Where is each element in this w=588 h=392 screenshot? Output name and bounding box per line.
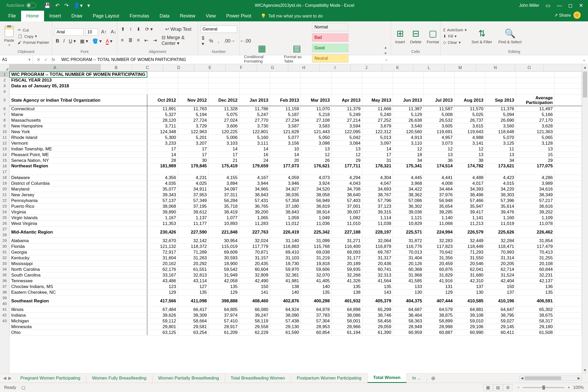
row-header-3[interactable]: 3 xyxy=(0,83,9,89)
row-header-27[interactable]: 27 xyxy=(0,226,9,232)
insert-cells-button[interactable]: ⊞Insert xyxy=(394,28,407,44)
row-header-34[interactable]: 34 xyxy=(0,266,9,272)
macro-record-icon[interactable]: ▢ xyxy=(21,385,25,390)
column-header-I[interactable]: I xyxy=(320,64,351,71)
name-box[interactable]: A1▾ xyxy=(0,55,33,64)
ws-tab-total-bf[interactable]: Total Breastfeeding Women xyxy=(225,374,291,383)
insert-function-icon[interactable]: fx xyxy=(52,57,59,62)
feedback-icon[interactable]: ☺ xyxy=(573,11,581,19)
decrease-indent-icon[interactable]: ⇤ xyxy=(143,38,149,43)
scroll-down-icon[interactable]: ▼ xyxy=(582,367,588,373)
format-cells-button[interactable]: ▢Format xyxy=(425,28,441,44)
ws-tab-postpartum[interactable]: Postpartum Women Participating xyxy=(291,374,367,383)
column-header-C[interactable]: C xyxy=(132,64,163,71)
column-header-O[interactable]: O xyxy=(515,64,544,71)
save-icon[interactable]: 💾 xyxy=(44,2,51,9)
column-header-H[interactable]: H xyxy=(288,64,320,71)
style-bad[interactable]: Bad xyxy=(312,33,348,42)
row-header-22[interactable]: 22 xyxy=(0,198,9,203)
comma-format-icon[interactable]: , xyxy=(217,38,220,44)
tab-view[interactable]: View xyxy=(200,11,221,21)
tab-formulas[interactable]: Formulas xyxy=(124,11,154,21)
italic-button[interactable]: I xyxy=(62,38,66,44)
row-header-29[interactable]: 29 xyxy=(0,238,9,243)
row-header-35[interactable]: 35 xyxy=(0,272,9,278)
autosum-button[interactable]: Σ AutoSum ▾ xyxy=(443,28,467,32)
copy-button[interactable]: 📋 Copy ▾ xyxy=(18,34,49,39)
ws-tab-fully-bf[interactable]: Women Fully Breastfeeding xyxy=(86,374,152,383)
tab-review[interactable]: Review xyxy=(175,11,200,21)
share-button[interactable]: ↗ Share xyxy=(554,13,571,18)
tab-home[interactable]: Home xyxy=(21,11,44,21)
row-header-26[interactable]: 26 xyxy=(0,220,9,226)
style-normal[interactable]: Normal xyxy=(312,23,348,31)
row-header-32[interactable]: 32 xyxy=(0,255,9,261)
row-header-24[interactable]: 24 xyxy=(0,209,9,215)
column-header-M[interactable]: M xyxy=(445,64,476,71)
quickaccess-user-icon[interactable]: 👤▾ xyxy=(74,2,83,9)
tab-power-pivot[interactable]: Power Pivot xyxy=(221,11,256,21)
column-header-A[interactable]: A xyxy=(9,64,101,71)
column-header-J[interactable]: J xyxy=(351,64,382,71)
column-header-G[interactable]: G xyxy=(257,64,288,71)
row-header-23[interactable]: 23 xyxy=(0,203,9,209)
align-right-icon[interactable]: ≡ xyxy=(136,38,141,43)
ws-nav-prev[interactable]: ◀ xyxy=(3,376,6,381)
fill-color-button[interactable]: 🪣 ▾ xyxy=(91,38,103,44)
normal-view-icon[interactable]: ▦ xyxy=(483,384,493,391)
ribbon-options-icon[interactable]: ▭ xyxy=(546,2,550,9)
styles-scroll-down[interactable]: ▾ xyxy=(384,51,388,56)
fill-button[interactable]: ⬇ Fill ▾ xyxy=(443,34,467,39)
tab-insert[interactable]: Insert xyxy=(44,11,66,21)
row-header-8[interactable]: 8 xyxy=(0,117,9,123)
undo-icon[interactable]: ↶ xyxy=(55,2,60,9)
wrap-text-button[interactable]: ↩ Wrap Text xyxy=(164,26,192,32)
worksheet-grid[interactable]: WIC PROGRAM -- TOTAL NUMBER OF WOMEN PAR… xyxy=(9,71,582,373)
quickaccess-more-icon[interactable]: ▾ xyxy=(87,2,90,9)
row-header-38[interactable]: 38 xyxy=(0,289,9,295)
row-header-10[interactable]: 10 xyxy=(0,129,9,134)
decrease-font-icon[interactable]: A↓ xyxy=(110,29,117,35)
column-header-L[interactable]: L xyxy=(413,64,445,71)
row-header-11[interactable]: 11 xyxy=(0,134,9,140)
font-size-combo[interactable]: 10 xyxy=(85,28,98,36)
format-painter-button[interactable]: 🖌 Format Painter xyxy=(18,40,49,45)
cut-button[interactable]: ✂ Cut xyxy=(18,28,49,32)
tell-me-search[interactable]: 💡 Tell me what you want to do xyxy=(261,13,323,21)
vertical-scrollbar-thumb[interactable] xyxy=(583,71,587,97)
style-good[interactable]: Good xyxy=(312,44,348,52)
number-format-combo[interactable]: General xyxy=(201,26,237,33)
orientation-icon[interactable]: ⟳ ▾ xyxy=(144,26,154,32)
row-header-7[interactable]: 7 xyxy=(0,112,9,117)
row-header-31[interactable]: 31 xyxy=(0,249,9,255)
align-top-icon[interactable]: ⬆ xyxy=(120,26,126,32)
ws-nav-next[interactable]: ▶ xyxy=(8,376,11,381)
row-header-17[interactable]: 17 xyxy=(0,169,9,175)
styles-scroll-up[interactable]: ▴ xyxy=(384,45,388,50)
bold-button[interactable]: B xyxy=(55,38,60,44)
row-header-4[interactable]: 4 xyxy=(0,89,9,94)
minimize-icon[interactable]: — xyxy=(557,3,562,9)
row-header-33[interactable]: 33 xyxy=(0,261,9,266)
row-header-9[interactable]: 9 xyxy=(0,123,9,129)
row-header-15[interactable]: 15 xyxy=(0,157,9,163)
page-layout-view-icon[interactable]: ▤ xyxy=(493,384,503,391)
row-header-30[interactable]: 30 xyxy=(0,243,9,249)
scroll-up-icon[interactable]: ▲ xyxy=(582,64,588,70)
row-header-13[interactable]: 13 xyxy=(0,146,9,152)
formula-input[interactable]: WIC PROGRAM -- TOTAL NUMBER OF WOMEN PAR… xyxy=(59,57,580,62)
increase-font-icon[interactable]: A↑ xyxy=(100,29,108,35)
row-header-21[interactable]: 21 xyxy=(0,192,9,198)
font-name-combo[interactable]: Arial xyxy=(55,28,83,36)
column-header-F[interactable]: F xyxy=(226,64,257,71)
user-name[interactable]: John Miller xyxy=(519,3,539,8)
autosave-toggle[interactable]: AutoSave xyxy=(6,3,36,8)
accounting-format-icon[interactable]: $ ▾ xyxy=(201,35,205,47)
row-header-5[interactable]: 5 xyxy=(0,94,9,106)
clear-button[interactable]: ◇ Clear ▾ xyxy=(443,40,467,45)
zoom-level[interactable]: 100% xyxy=(573,385,584,390)
row-header-41[interactable]: 41 xyxy=(0,307,9,312)
delete-cells-button[interactable]: ⊟Delete xyxy=(409,28,423,44)
tab-page-layout[interactable]: Page Layout xyxy=(88,11,124,21)
row-header-36[interactable]: 36 xyxy=(0,278,9,284)
